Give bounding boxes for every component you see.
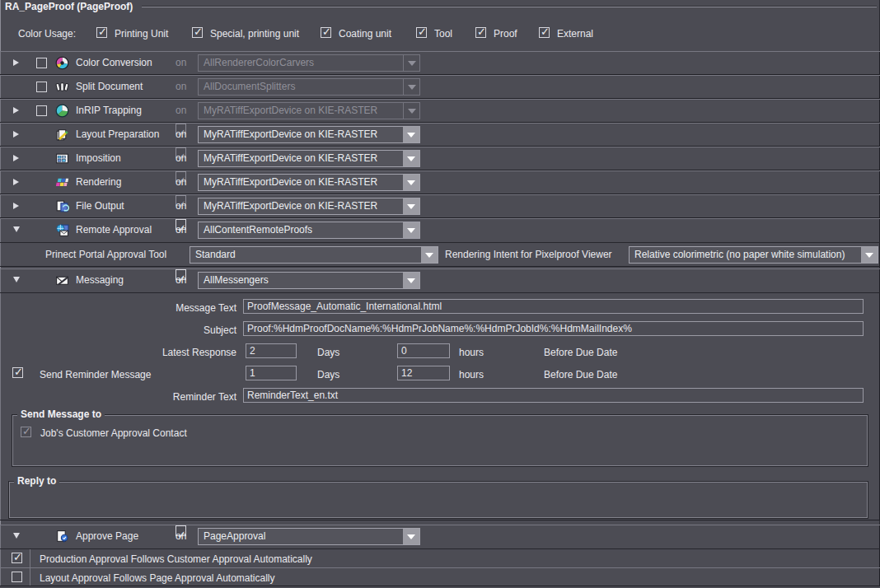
message-text-input[interactable] — [243, 299, 864, 314]
layout-approval-label: Layout Approval Follows Page Approval Au… — [40, 572, 275, 584]
dropdown-arrow-icon — [403, 103, 419, 119]
checkbox-special-printing-unit[interactable] — [192, 27, 203, 38]
rendering-intent-label: Rendering Intent for Pixelproof Viewer — [445, 249, 612, 260]
step-row-messaging: Messaging on AllMessengers Message Text … — [0, 268, 880, 520]
remote-approval-icon — [55, 223, 69, 237]
portal-approval-tool-dropdown[interactable]: Standard — [190, 246, 438, 264]
device-dropdown-inrip-trapping: MyRATiffExportDevice on KIE-RASTER — [198, 102, 420, 119]
days-label: Days — [317, 369, 339, 380]
collapse-arrow-icon[interactable] — [13, 226, 20, 232]
rendering-intent-dropdown[interactable]: Relative colorimetric (no paper white si… — [629, 246, 878, 264]
checkbox-tool[interactable] — [416, 27, 427, 38]
rendering-icon — [55, 175, 69, 189]
subject-input[interactable] — [243, 321, 864, 336]
device-dropdown-approve-page[interactable]: PageApproval — [198, 528, 420, 545]
dropdown-arrow-icon — [403, 198, 419, 214]
expand-arrow-icon[interactable] — [13, 131, 19, 138]
device-dropdown-remote-approval[interactable]: AllContentRemoteProofs — [198, 222, 420, 239]
checkbox-coating-unit[interactable] — [321, 27, 331, 38]
expand-arrow-icon[interactable] — [13, 155, 19, 161]
job-customer-approval-contact-checkbox — [21, 427, 31, 437]
latest-response-days-input[interactable] — [246, 343, 297, 358]
on-label: on — [176, 100, 186, 122]
color-conversion-icon — [55, 56, 69, 70]
checkbox-external[interactable] — [539, 27, 550, 38]
approve-page-option-row: Layout Approval Follows Page Approval Au… — [0, 568, 878, 586]
expand-arrow-icon[interactable] — [13, 179, 19, 185]
send-reminder-checkbox[interactable] — [12, 367, 23, 378]
latest-response-label: Latest Response — [0, 347, 236, 358]
messaging-icon — [55, 273, 69, 287]
dropdown-arrow-icon — [403, 55, 419, 71]
checkbox-printing-unit[interactable] — [96, 27, 107, 38]
remote-approval-subrow: Prinect Portal Approval Tool Standard Re… — [0, 243, 878, 267]
dropdown-arrow-icon — [403, 127, 419, 142]
step-row-imposition: Imposition on MyRATiffExportDevice on KI… — [0, 147, 880, 170]
device-dropdown-split-document: AllDocumentSplitters — [198, 78, 420, 96]
step-label: File Output — [76, 195, 124, 217]
inrip-trapping-icon — [55, 104, 69, 118]
step-row-rendering: Rendering on MyRATiffExportDevice on KIE… — [0, 170, 880, 194]
imposition-icon — [55, 152, 69, 166]
on-label: on — [176, 195, 186, 217]
layout-approval-checkbox[interactable] — [12, 572, 22, 582]
expand-arrow-icon[interactable] — [13, 107, 19, 114]
reminder-text-input[interactable] — [243, 388, 864, 403]
reminder-days-input[interactable] — [246, 366, 297, 380]
reminder-hours-input[interactable] — [397, 366, 450, 380]
collapse-arrow-icon[interactable] — [13, 533, 20, 539]
device-dropdown-messaging[interactable]: AllMessengers — [198, 272, 420, 289]
device-dropdown-imposition[interactable]: MyRATiffExportDevice on KIE-RASTER — [198, 150, 420, 167]
checkbox-tool-label: Tool — [434, 28, 452, 40]
on-label: on — [176, 124, 186, 146]
step-label: Imposition — [76, 147, 121, 170]
step-label: InRIP Trapping — [76, 100, 142, 122]
checkbox-proof[interactable] — [475, 27, 486, 38]
device-dropdown-file-output[interactable]: MyRATiffExportDevice on KIE-RASTER — [198, 198, 420, 215]
pageproof-settings-panel: RA_PageProof (PageProof) Color Usage: Pr… — [0, 0, 880, 588]
step-checkbox-color-conversion[interactable] — [36, 58, 47, 68]
reply-to-group: Reply to — [8, 481, 868, 519]
production-approval-checkbox[interactable] — [12, 553, 22, 563]
step-checkbox-inrip-trapping[interactable] — [36, 105, 47, 116]
step-row-color-conversion: Color Conversion on AllRendererColorCarv… — [0, 51, 880, 75]
step-row-approve-page: Approve Page on PageApproval Production … — [0, 525, 880, 586]
expand-arrow-icon[interactable] — [13, 203, 19, 209]
checkbox-external-label: External — [557, 28, 593, 40]
step-row-layout-preparation: Layout Preparation on MyRATiffExportDevi… — [0, 123, 880, 147]
send-reminder-label: Send Reminder Message — [40, 369, 151, 380]
on-label: on — [176, 171, 186, 194]
dropdown-arrow-icon — [403, 151, 419, 166]
portal-approval-tool-label: Prinect Portal Approval Tool — [45, 249, 166, 260]
reply-to-title: Reply to — [14, 475, 59, 487]
expand-arrow-icon[interactable] — [13, 59, 19, 66]
on-label: on — [176, 76, 186, 98]
dropdown-arrow-icon — [421, 247, 438, 263]
device-dropdown-layout-preparation[interactable]: MyRATiffExportDevice on KIE-RASTER — [198, 126, 420, 143]
dropdown-arrow-icon — [403, 79, 419, 95]
step-checkbox-split-document[interactable] — [36, 82, 47, 92]
before-due-date-label: Before Due Date — [544, 347, 617, 358]
step-row-file-output: File Output on MyRATiffExportDevice on K… — [0, 194, 880, 218]
dropdown-arrow-icon — [403, 175, 419, 190]
step-row-remote-approval: Remote Approval on AllContentRemoteProof… — [0, 218, 880, 267]
on-label: on — [176, 525, 186, 548]
checkbox-printing-unit-label: Printing Unit — [115, 28, 168, 40]
on-label: on — [176, 219, 186, 241]
collapse-arrow-icon[interactable] — [13, 277, 20, 282]
device-dropdown-color-conversion: AllRendererColorCarvers — [198, 54, 420, 72]
approve-page-icon — [55, 530, 69, 544]
step-label: Approve Page — [76, 525, 138, 548]
checkbox-special-printing-unit-label: Special, printing unit — [210, 28, 299, 40]
device-dropdown-rendering[interactable]: MyRATiffExportDevice on KIE-RASTER — [198, 174, 420, 191]
days-label: Days — [317, 347, 339, 358]
color-usage-row: Color Usage: Printing Unit Special, prin… — [0, 21, 880, 46]
on-label: on — [176, 147, 186, 170]
latest-response-hours-input[interactable] — [397, 343, 450, 358]
step-label: Layout Preparation — [76, 124, 159, 146]
checkbox-coating-unit-label: Coating unit — [339, 28, 391, 40]
dropdown-arrow-icon — [403, 273, 419, 288]
file-output-icon — [55, 199, 69, 213]
approve-page-option-row: Production Approval Follows Customer App… — [0, 549, 878, 567]
reminder-text-label: Reminder Text — [0, 391, 236, 403]
